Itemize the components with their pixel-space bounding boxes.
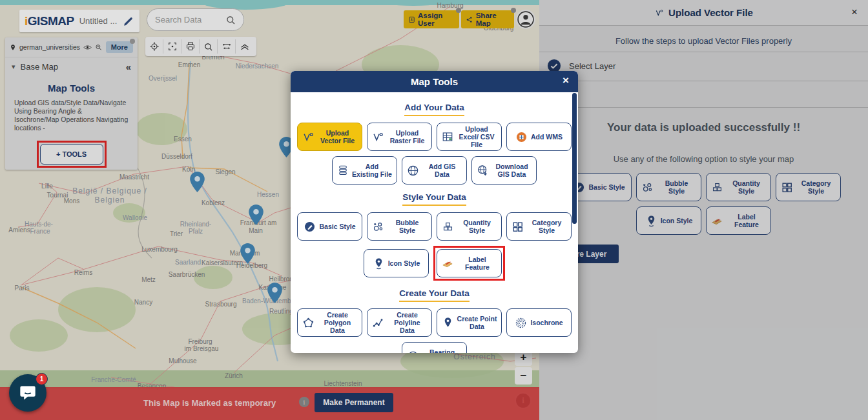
locate-icon[interactable] — [145, 39, 163, 54]
map-label-saarbr-cken: Saarbrücken — [169, 271, 205, 278]
tool-button-label: Create Polyline Data — [388, 311, 428, 334]
map-label-d-sseldorf: Düsseldorf — [161, 153, 192, 160]
map-label-lille: Lille — [41, 183, 53, 190]
notification-dot — [456, 8, 461, 13]
map-tools-description: Upload GIS data/Style Data/Navigate Usin… — [5, 99, 138, 133]
tool-button-icon-style[interactable]: Icon Style — [364, 249, 429, 277]
map-label-saarland: Saarland — [175, 259, 201, 266]
pin-icon — [373, 257, 385, 270]
print-icon[interactable] — [181, 39, 200, 54]
tool-button-row: Icon StyleLabel Feature — [291, 246, 578, 281]
map-marker-3[interactable] — [249, 205, 264, 225]
modal-scrollbar[interactable] — [572, 93, 577, 224]
assign-user-button[interactable]: Assign User — [404, 10, 459, 28]
globe-icon — [407, 165, 419, 177]
layer-row[interactable]: german_universities More — [5, 37, 138, 57]
search-map-icon[interactable] — [200, 39, 218, 54]
document-title: Untitled ... — [79, 16, 118, 26]
close-modal-icon[interactable]: × — [563, 74, 569, 87]
chat-widget-button[interactable]: 1 — [9, 374, 46, 412]
focus-extent-icon[interactable] — [163, 39, 181, 54]
tool-button-label: Bubble Style — [388, 219, 428, 234]
tool-button-row: Add Existing FileAdd GIS DataDownload GI… — [291, 156, 578, 185]
tool-button-label-feature[interactable]: Label Feature — [437, 249, 502, 277]
tool-button-label: Label Feature — [457, 255, 497, 271]
tool-button-label: Upload Vector File — [318, 129, 358, 145]
tool-button-label: Add WMS — [531, 133, 563, 141]
tool-button-label: Label Feature — [727, 213, 767, 228]
tool-button-upload-vector-file[interactable]: Upload Vector File — [297, 123, 362, 151]
tool-button-icon-style[interactable]: Icon Style — [636, 206, 701, 235]
tool-button-download-gis-data[interactable]: Download GIS Data — [471, 156, 537, 185]
layer-more-button[interactable]: More — [106, 41, 133, 53]
tool-button-add-wms[interactable]: Add WMS — [506, 123, 572, 151]
style-hint-message: Use any of the following option to style… — [539, 154, 868, 164]
info-icon[interactable]: i — [299, 397, 309, 407]
isochrone-icon — [515, 317, 527, 329]
tool-button-bubble-style[interactable]: Bubble Style — [636, 173, 701, 201]
close-panel-icon[interactable]: × — [851, 6, 858, 19]
edit-title-icon[interactable] — [123, 15, 134, 27]
tool-button-label: Category Style — [796, 179, 836, 195]
map-label-z-rich: Zürich — [225, 372, 243, 379]
map-label-reims: Reims — [74, 269, 92, 276]
map-label-essen: Essen — [174, 135, 192, 143]
tool-button-label: Create Point Data — [457, 315, 497, 330]
tool-button-bearing-angle[interactable]: Bearing Angle — [402, 342, 467, 353]
make-permanent-button[interactable]: Make Permanent — [315, 393, 393, 412]
bubble-icon — [372, 221, 384, 233]
highlight-box: Label Feature — [433, 246, 505, 281]
tool-button-create-polygon-data[interactable]: Create Polygon Data — [297, 308, 362, 337]
chevron-down-icon: ▾ — [12, 63, 16, 71]
map-label-belgi-belgique: België / Belgique / — [72, 186, 147, 195]
zoom-out-button[interactable]: − — [515, 367, 532, 385]
modal-section-heading: Create Your Data — [291, 287, 578, 302]
map-label-franche-comt: Franche-Comté — [91, 376, 136, 383]
tool-button-upload-raster-file[interactable]: Upload Raster File — [367, 123, 432, 151]
quantity-icon — [711, 181, 723, 194]
collapse-panel-icon[interactable]: « — [126, 61, 131, 72]
search-icon[interactable] — [225, 15, 236, 25]
tool-button-upload-excel-csv-file[interactable]: Upload Excel/ CSV File — [437, 123, 502, 151]
search-input[interactable]: Search Data — [147, 8, 244, 31]
tool-button-basic-style[interactable]: Basic Style — [297, 212, 362, 241]
tools-button[interactable]: + TOOLS — [40, 144, 103, 165]
user-avatar[interactable] — [516, 10, 535, 29]
tool-button-create-polyline-data[interactable]: Create Polyline Data — [367, 308, 432, 337]
tool-button-category-style[interactable]: Category Style — [776, 173, 841, 201]
panel-style-row: Icon StyleLabel Feature — [539, 206, 868, 235]
map-label-france: France — [30, 228, 50, 235]
notification-dot — [130, 39, 135, 44]
quantity-icon — [442, 221, 454, 233]
map-label-luxembourg: Luxembourg — [141, 246, 178, 253]
visibility-eye-icon[interactable] — [83, 43, 92, 52]
tool-button-bubble-style[interactable]: Bubble Style — [367, 212, 432, 241]
map-label-freiburg: Freiburg — [188, 338, 212, 345]
map-marker-4[interactable] — [240, 243, 255, 264]
user-badge-icon — [408, 15, 415, 24]
tool-button-label: Isochrone — [530, 319, 563, 326]
tool-button-quantity-style[interactable]: Quantity Style — [437, 212, 502, 241]
share-map-button[interactable]: Share Map — [461, 10, 514, 28]
basemap-layers-icon[interactable] — [236, 39, 254, 54]
temporary-map-bar: This Map is Marked as temporary Make Per… — [0, 387, 539, 420]
map-label-paris: Paris — [15, 285, 30, 292]
map-label-rheinland: Rheinland- — [180, 221, 211, 228]
map-marker-2[interactable] — [190, 172, 205, 192]
category-icon — [512, 221, 524, 233]
temporary-map-message: This Map is Marked as temporary — [143, 398, 276, 408]
tool-button-label: Create Polygon Data — [318, 311, 358, 334]
tool-button-label-feature[interactable]: Label Feature — [706, 206, 771, 235]
tool-button-isochrone[interactable]: Isochrone — [506, 308, 572, 337]
basemap-row[interactable]: ▾ Base Map « — [5, 57, 138, 76]
tool-button-add-existing-file[interactable]: Add Existing File — [332, 156, 397, 185]
map-marker-5[interactable] — [267, 283, 282, 303]
app-root: HamburgBremenEmmenOverijsselNiedersachse… — [0, 0, 868, 420]
tool-button-quantity-style[interactable]: Quantity Style — [706, 173, 771, 201]
measure-icon[interactable] — [218, 39, 236, 54]
zoom-to-layer-icon[interactable] — [95, 43, 103, 52]
tool-button-create-point-data[interactable]: Create Point Data — [437, 308, 502, 337]
tool-button-category-style[interactable]: Category Style — [506, 212, 572, 241]
tool-button-add-gis-data[interactable]: Add GIS Data — [402, 156, 467, 185]
map-tools-modal: Map Tools × Add Your DataUpload Vector F… — [291, 71, 578, 353]
